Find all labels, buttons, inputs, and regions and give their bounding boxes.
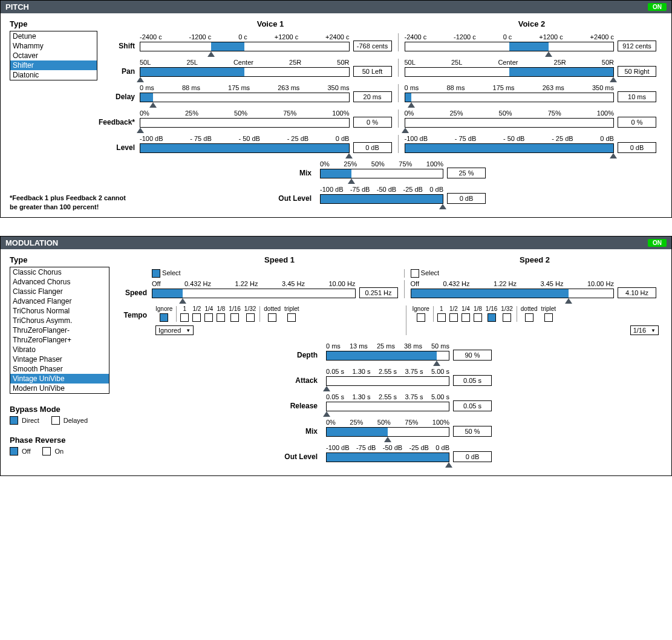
tempo2-1-check[interactable] — [437, 313, 446, 322]
type-item[interactable]: Vintage Phaser — [10, 354, 109, 364]
phase-on-check[interactable] — [42, 447, 51, 456]
type-item[interactable]: Whammy — [10, 41, 97, 51]
tempo2-Ignore-check[interactable] — [417, 313, 425, 322]
tempo1-1/32-check[interactable] — [246, 313, 255, 322]
mod-type-header: Type — [10, 255, 109, 264]
tempo1-1/8-check[interactable] — [217, 313, 225, 322]
voice1-delay-value: 20 ms — [353, 91, 392, 102]
pitch-type-header: Type — [10, 19, 97, 28]
mod-attack-slider[interactable]: 0.05 s1.30 s2.55 s3.75 s5.00 s — [326, 368, 449, 386]
type-item[interactable]: Detune — [10, 31, 97, 41]
modulation-title: MODULATION — [5, 238, 58, 247]
tempo1-1/16-check[interactable] — [230, 313, 239, 322]
tempo1-dotted-check[interactable] — [268, 313, 276, 322]
modulation-on-toggle[interactable]: ON — [648, 239, 667, 247]
mod-type-list[interactable]: Classic ChorusAdvanced ChorusClassic Fla… — [10, 267, 109, 394]
mod-mix-label: Mix — [280, 426, 322, 437]
voice2-feedback-value: 0 % — [618, 117, 656, 128]
tempo2-1/32-check[interactable] — [503, 313, 511, 322]
pitch-mix-value: 25 % — [447, 168, 486, 178]
shift-label: Shift — [97, 41, 140, 51]
voice1-pan-value: 50 Left — [353, 66, 392, 77]
phase-reverse-title: Phase Reverse — [10, 436, 109, 445]
pitch-outlevel-slider[interactable]: -100 dB-75 dB-50 dB-25 dB0 dB — [320, 186, 443, 204]
bypass-mode-title: Bypass Mode — [10, 405, 109, 414]
type-item[interactable]: Smooth Phaser — [10, 364, 109, 374]
mod-depth-label: Depth — [280, 350, 322, 361]
pitch-type-list[interactable]: DetuneWhammyOctaverShifterDiatonic — [10, 31, 97, 80]
tempo-label: Tempo — [109, 305, 152, 325]
voice2-delay-value: 10 ms — [618, 91, 656, 102]
mod-depth-slider[interactable]: 0 ms13 ms25 ms38 ms50 ms — [326, 342, 449, 361]
type-item[interactable]: Classic Chorus — [10, 267, 109, 277]
mod-attack-value: 0.05 s — [453, 375, 492, 386]
tempo2-dotted-check[interactable] — [525, 313, 533, 322]
speed-label: Speed — [109, 287, 152, 298]
pitch-mix-slider[interactable]: 0%25%50%75%100% — [320, 160, 443, 178]
level-label: Level — [97, 142, 140, 153]
bypass-delayed-check[interactable] — [51, 416, 60, 425]
type-item[interactable]: Modern UniVibe — [10, 384, 109, 393]
voice1-delay-slider[interactable]: 0 ms88 ms175 ms263 ms350 ms — [140, 84, 350, 102]
tempo2-1/8-check[interactable] — [474, 313, 482, 322]
pan-label: Pan — [97, 66, 140, 77]
tempo2-1/2-check[interactable] — [449, 313, 458, 322]
voice2-shift-value: 912 cents — [618, 41, 656, 51]
type-item[interactable]: TriChorus Asymm. — [10, 316, 109, 325]
type-item[interactable]: Shifter — [10, 60, 97, 70]
voice1-feedback-slider[interactable]: 0%25%50%75%100% — [140, 109, 350, 128]
tempo1-1-check[interactable] — [180, 313, 189, 322]
tempo1-1/4-check[interactable] — [204, 313, 213, 322]
type-item[interactable]: Diatonic — [10, 70, 97, 80]
phase-on-label: On — [54, 448, 64, 455]
type-item[interactable]: ThruZeroFlanger- — [10, 325, 109, 335]
type-item[interactable]: Classic Flanger — [10, 287, 109, 296]
modulation-panel: MODULATION ON Type Classic ChorusAdvance… — [0, 236, 672, 476]
mod-outlevel-value: 0 dB — [453, 451, 492, 462]
voice1-pan-slider[interactable]: 50L25LCenter25R50R — [140, 59, 350, 77]
type-item[interactable]: Vibrato — [10, 345, 109, 354]
tempo2-triplet-check[interactable] — [544, 313, 553, 322]
type-item[interactable]: Octaver — [10, 51, 97, 60]
mod-outlevel-slider[interactable]: -100 dB-75 dB-50 dB-25 dB0 dB — [326, 444, 449, 462]
voice1-header: Voice 1 — [140, 19, 401, 28]
speed2-slider[interactable]: Off0.432 Hz1.22 Hz3.45 Hz10.00 Hz — [411, 280, 615, 298]
tempo1-dropdown[interactable]: Ignored — [155, 325, 194, 335]
voice2-pan-value: 50 Right — [618, 66, 656, 77]
type-item[interactable]: Advanced Chorus — [10, 277, 109, 287]
pitch-on-toggle[interactable]: ON — [648, 3, 667, 11]
tempo2-dropdown[interactable]: 1/16 — [630, 325, 659, 335]
phase-off-check[interactable] — [10, 447, 18, 456]
voice1-shift-slider[interactable]: -2400 c-1200 c0 c+1200 c+2400 c — [140, 33, 350, 51]
type-item[interactable]: Advanced Flanger — [10, 296, 109, 306]
speed2-select-check[interactable] — [411, 269, 419, 278]
voice1-level-slider[interactable]: -100 dB- 75 dB- 50 dB- 25 dB0 dB — [140, 135, 350, 153]
type-item[interactable]: Vintage UniVibe — [10, 374, 109, 384]
voice2-pan-slider[interactable]: 50L25LCenter25R50R — [405, 59, 615, 77]
mod-depth-value: 90 % — [453, 350, 492, 361]
mod-release-slider[interactable]: 0.05 s1.30 s2.55 s3.75 s5.00 s — [326, 393, 449, 411]
pitch-header: PITCH ON — [1, 1, 671, 13]
modulation-header: MODULATION ON — [1, 237, 671, 249]
tempo2-1/16-check[interactable] — [488, 313, 496, 322]
speed1-header: Speed 1 — [152, 255, 407, 264]
speed2-select-label: Select — [421, 269, 440, 278]
speed1-slider[interactable]: Off0.432 Hz1.22 Hz3.45 Hz10.00 Hz — [152, 280, 356, 298]
bypass-direct-check[interactable] — [10, 416, 18, 425]
tempo1-triplet-check[interactable] — [287, 313, 296, 322]
speed1-value: 0.251 Hz — [359, 287, 398, 298]
mod-mix-slider[interactable]: 0%25%50%75%100% — [326, 419, 449, 437]
voice2-level-slider[interactable]: -100 dB- 75 dB- 50 dB- 25 dB0 dB — [405, 135, 615, 153]
type-item[interactable]: ThruZeroFlanger+ — [10, 335, 109, 345]
voice2-feedback-slider[interactable]: 0%25%50%75%100% — [405, 109, 615, 128]
voice1-feedback-value: 0 % — [353, 117, 392, 128]
voice2-delay-slider[interactable]: 0 ms88 ms175 ms263 ms350 ms — [405, 84, 615, 102]
voice2-shift-slider[interactable]: -2400 c-1200 c0 c+1200 c+2400 c — [405, 33, 615, 51]
type-item[interactable]: TriChorus Normal — [10, 306, 109, 316]
tempo1-1/2-check[interactable] — [192, 313, 201, 322]
pitch-mix-label: Mix — [274, 168, 316, 178]
tempo2-1/4-check[interactable] — [462, 313, 470, 322]
speed2-value: 4.10 Hz — [618, 287, 656, 298]
speed1-select-check[interactable] — [152, 269, 160, 278]
tempo1-Ignore-check[interactable] — [160, 313, 168, 322]
